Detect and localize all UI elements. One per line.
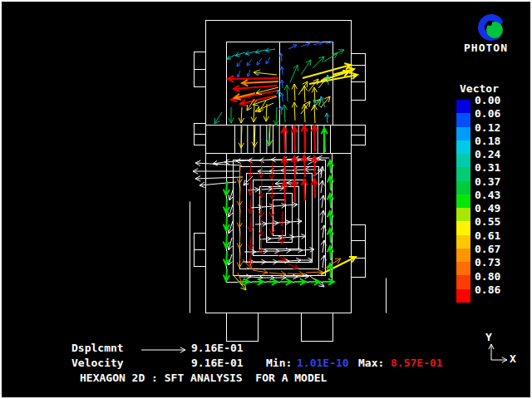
vector-arrow-white-circulation (294, 234, 306, 239)
vector-arrow-green-bright (224, 199, 229, 213)
geometry-outline-rect (240, 167, 319, 269)
y-axis-label: Y (485, 332, 492, 343)
geometry-outline-rect (352, 225, 366, 278)
vector-plot (2, 2, 532, 399)
legend-color-swatch (456, 262, 470, 275)
max-value: 8.57E-01 (391, 357, 443, 369)
vector-arrow-blue (301, 42, 310, 47)
vector-arrow-green-mid (290, 65, 298, 82)
legend-color-swatch (456, 208, 470, 221)
vector-arrow-white-circulation (200, 182, 236, 188)
legend-value-label: 0.31 (475, 162, 500, 173)
vector-arrow-blue (237, 60, 242, 66)
vector-arrow-yellow-thin (298, 81, 308, 95)
vector-arrow-red-bold (282, 127, 288, 152)
vector-arrow-green-mid (273, 107, 278, 126)
vector-arrow-yellow-thin (292, 102, 297, 121)
legend-value-label: 0.00 (475, 95, 500, 106)
vector-arrow-orange-bold (242, 80, 278, 86)
displacement-label: Dsplcmnt (71, 342, 124, 354)
vector-arrow-green-mid (332, 50, 344, 56)
legend-value-label: 0.18 (475, 135, 500, 146)
vector-arrow-white-circulation (228, 204, 233, 217)
vector-arrow-yellow-thin (239, 107, 244, 123)
vector-arrow-cyan (235, 52, 245, 57)
legend-color-swatch (456, 275, 470, 288)
legend-color-swatch (456, 100, 470, 113)
photon-app-window: PHOTON Vector 0.000.060.120.180.240.310.… (0, 0, 532, 399)
legend-value-label: 0.67 (475, 244, 500, 254)
vector-arrow-green-bright (266, 278, 278, 284)
vector-arrow-blue (257, 58, 262, 65)
legend-value-label: 0.06 (475, 108, 500, 119)
legend-color-swatch (456, 221, 470, 234)
vector-arrow-cyan (245, 51, 255, 55)
vector-arrow-white-circulation (291, 248, 303, 253)
vector-arrow-yellow-thin (292, 84, 297, 101)
geometry-outline-rect (302, 313, 333, 342)
min-label: Min: (266, 357, 292, 369)
vector-arrow-white-circulation (259, 158, 271, 163)
geometry-outline-rect (234, 160, 326, 276)
vector-arrow-red-bold (234, 86, 277, 91)
legend-value-label: 0.37 (475, 176, 500, 187)
vector-arrow-green-mid (301, 60, 311, 75)
vector-arrow-green-bright (238, 278, 249, 284)
vector-arrow-green-mid (313, 57, 324, 68)
vector-arrow-green-bright (308, 278, 320, 284)
vector-arrow-teal (214, 112, 222, 124)
vector-arrow-yellow-thin (255, 103, 273, 111)
vector-arrow-red-thin (248, 234, 254, 250)
legend-color-swatch (456, 140, 470, 154)
legend-value-label: 0.49 (475, 203, 500, 214)
legend-value-label: 0.24 (475, 149, 500, 160)
vector-arrow-red-thin (248, 216, 254, 232)
legend-color-swatch (456, 289, 470, 303)
vector-arrow-blue (288, 45, 297, 49)
vector-arrow-white-circulation (286, 274, 298, 279)
legend-value-label: 0.61 (475, 230, 500, 241)
vector-arrow-green-bright (224, 268, 229, 281)
vector-arrow-white-circulation (239, 274, 251, 279)
vector-arrow-white-circulation (281, 168, 293, 173)
legend-color-swatch (456, 154, 470, 167)
geometry-outline-rect (267, 194, 293, 243)
axis-triad-x-arrow (491, 357, 507, 362)
vector-arrow-white-circulation (266, 259, 278, 264)
vector-arrow-red-thin (259, 160, 264, 178)
vector-arrow-orange-thin (306, 269, 323, 274)
vector-arrow-green-mid (282, 105, 287, 122)
vector-arrow-orange-thin (253, 269, 268, 274)
legend-color-swatch (456, 195, 470, 208)
legend-color-swatch (456, 249, 470, 262)
vector-arrow-red-bold (302, 180, 308, 200)
vector-arrow-blue (280, 66, 283, 75)
app-name-label: PHOTON (464, 42, 508, 54)
vector-arrow-white-circulation (271, 236, 283, 241)
legend-value-label: 0.43 (475, 190, 500, 200)
geometry-outline-rect (227, 313, 259, 342)
vector-arrow-green-mid (324, 53, 337, 62)
legend-value-label: 0.73 (475, 257, 500, 268)
vector-arrow-red-thin (276, 254, 286, 261)
vector-arrow-green-bright (252, 278, 264, 284)
vector-arrow-red-thin (279, 211, 285, 226)
vector-arrow-white-circulation (236, 159, 248, 164)
velocity-value: 9.16E-01 (191, 357, 244, 369)
vector-arrow-blue (238, 71, 241, 77)
vector-arrow-white-circulation (261, 187, 273, 192)
vector-arrow-green-bright (294, 278, 306, 284)
vector-arrow-blue (280, 93, 283, 101)
vector-arrow-red-bold (282, 157, 288, 180)
vector-arrow-white-circulation (274, 204, 286, 209)
vector-arrow-blue (247, 59, 252, 66)
vector-arrow-white-circulation (254, 259, 266, 264)
legend-value-label: 0.12 (475, 122, 500, 133)
legend-title: Vector (460, 83, 499, 95)
vector-arrow-red-thin (288, 264, 298, 268)
geometry-outline-rect (352, 54, 366, 101)
legend-value-label: 0.80 (475, 271, 500, 282)
legend-color-swatch (456, 113, 470, 126)
vector-arrow-green-bright (328, 160, 333, 173)
displacement-value: 9.16E-01 (191, 342, 244, 354)
